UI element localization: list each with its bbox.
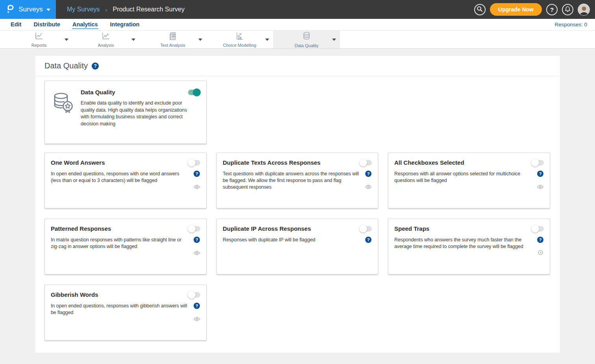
card-title: Patterned Responses	[51, 225, 111, 232]
responses-count: Responses: 0	[554, 22, 587, 28]
breadcrumb-survey-title: Product Research Survey	[113, 6, 185, 13]
notifications-button[interactable]	[562, 4, 573, 15]
text-analysis-dropdown-caret[interactable]	[198, 39, 202, 41]
analytics-toolbar: Reports Analysis Text Analysis Choice Mo…	[0, 31, 595, 49]
line-chart-icon	[34, 32, 44, 42]
card-description: Respondents who answers the survey much …	[394, 237, 537, 257]
toggle-knob	[193, 88, 201, 96]
card-title: Speed Traps	[394, 225, 429, 232]
toggle-knob	[188, 225, 196, 233]
toggle-knob	[359, 225, 367, 233]
card-title: One Word Answers	[51, 159, 105, 166]
search-button[interactable]	[474, 4, 486, 15]
data-quality-toggle[interactable]	[188, 90, 200, 95]
card-title: All Checkboxes Selected	[394, 159, 464, 166]
subnav-item-edit[interactable]: Edit	[10, 20, 22, 29]
subnav-item-distribute[interactable]: Distribute	[33, 20, 61, 29]
card-title: Gibberish Words	[51, 291, 98, 298]
help-icon[interactable]: ?	[537, 237, 543, 243]
toggle-knob	[531, 159, 539, 167]
subnav-item-integration[interactable]: Integration	[110, 20, 140, 29]
all-checkboxes-toggle[interactable]	[532, 160, 544, 165]
clock-icon[interactable]	[538, 250, 543, 257]
gibberish-words-toggle[interactable]	[188, 292, 200, 298]
data-quality-master-card: Data Quality Enable data quality to iden…	[44, 81, 207, 144]
eye-icon[interactable]	[365, 184, 371, 191]
analysis-dropdown-caret[interactable]	[131, 39, 135, 41]
help-icon[interactable]: ?	[365, 237, 371, 243]
product-switcher[interactable]: Surveys	[0, 0, 56, 19]
card-title: Duplicate IP Across Responses	[223, 225, 311, 232]
card-duplicate-ip: Duplicate IP Across Responses Responses …	[216, 219, 378, 274]
help-icon[interactable]: ?	[194, 171, 200, 177]
page-title: Data Quality	[44, 61, 88, 70]
eye-icon[interactable]	[537, 184, 543, 191]
patterned-responses-toggle[interactable]	[188, 226, 200, 232]
tab-label: Reports	[31, 43, 47, 48]
speed-traps-toggle[interactable]	[532, 226, 544, 232]
topbar-actions: Upgrade Now ?	[474, 3, 595, 16]
card-description: In open ended questions, responses with …	[51, 171, 193, 191]
tab-text-analysis[interactable]: Text Analysis	[139, 31, 206, 48]
tab-data-quality[interactable]: Data Quality	[273, 31, 340, 48]
eye-icon[interactable]	[194, 250, 200, 257]
card-speed-traps: Speed Traps Respondents who answers the …	[388, 219, 550, 274]
reports-dropdown-caret[interactable]	[65, 39, 68, 41]
database-star-icon	[51, 91, 74, 143]
master-card-description: Enable data quality to identify and excl…	[81, 100, 197, 127]
choice-modelling-dropdown-caret[interactable]	[265, 39, 269, 41]
eye-icon[interactable]	[194, 184, 200, 191]
tab-reports[interactable]: Reports	[6, 31, 72, 48]
breadcrumb-separator-icon: ›	[105, 6, 107, 13]
scatter-chart-icon	[101, 32, 111, 42]
card-gibberish-words: Gibberish Words In open ended questions,…	[44, 285, 207, 340]
tab-analysis[interactable]: Analysis	[72, 31, 139, 48]
data-quality-dropdown-caret[interactable]	[332, 39, 336, 41]
toggle-knob	[531, 225, 539, 233]
avatar[interactable]	[578, 4, 590, 16]
chevron-down-icon	[46, 9, 50, 11]
breadcrumb: My Surveys › Product Research Survey	[67, 6, 185, 13]
database-icon	[302, 31, 311, 42]
help-icon[interactable]: ?	[537, 171, 543, 177]
duplicate-ip-toggle[interactable]	[360, 226, 372, 232]
toggle-knob	[359, 159, 367, 167]
eye-icon[interactable]	[194, 316, 200, 323]
search-icon	[477, 6, 483, 13]
page-header: Data Quality ?	[35, 56, 560, 76]
tab-label: Analysis	[98, 43, 114, 48]
help-icon[interactable]: ?	[194, 237, 200, 243]
master-card-title: Data Quality	[81, 89, 115, 96]
survey-subnav: Edit Distribute Analytics Integration Re…	[0, 19, 595, 31]
duplicate-texts-toggle[interactable]	[360, 160, 372, 165]
data-quality-panel: Data Quality ? Data Quality	[35, 56, 560, 353]
master-card-body: Data Quality Enable data quality to iden…	[81, 89, 200, 143]
upgrade-now-button[interactable]: Upgrade Now	[490, 3, 542, 16]
main-area: Data Quality ? Data Quality	[0, 56, 595, 364]
subnav-item-analytics[interactable]: Analytics	[72, 20, 98, 29]
document-grid-icon	[168, 32, 177, 42]
help-button[interactable]: ?	[546, 4, 558, 15]
card-description: In matrix question responses with patter…	[51, 237, 193, 257]
help-icon: ?	[550, 6, 554, 13]
one-word-answers-toggle[interactable]	[188, 160, 200, 165]
topbar: Surveys My Surveys › Product Research Su…	[0, 0, 595, 19]
tab-choice-modelling[interactable]: Choice Modelling	[206, 31, 273, 48]
card-title: Duplicate Texts Across Responses	[223, 159, 320, 166]
card-description: In open ended questions, responses with …	[51, 303, 193, 323]
toggle-knob	[188, 291, 196, 299]
card-description: Text questions with duplicate answers ac…	[223, 171, 365, 191]
card-patterned-responses: Patterned Responses In matrix question r…	[44, 219, 207, 274]
breadcrumb-my-surveys[interactable]: My Surveys	[67, 6, 100, 13]
dot-chart-icon	[235, 32, 244, 42]
card-one-word-answers: One Word Answers In open ended questions…	[44, 153, 207, 208]
tab-label: Choice Modelling	[223, 43, 256, 48]
card-description: Responses with all answer options select…	[394, 171, 537, 191]
questionpro-logo-icon	[6, 4, 15, 15]
help-icon[interactable]: ?	[365, 171, 371, 177]
card-description: Responses with duplicate IP will be flag…	[223, 237, 365, 243]
tab-label: Data Quality	[295, 43, 319, 48]
page-help-icon[interactable]: ?	[92, 63, 99, 70]
bell-icon	[565, 6, 571, 13]
help-icon[interactable]: ?	[194, 303, 200, 309]
